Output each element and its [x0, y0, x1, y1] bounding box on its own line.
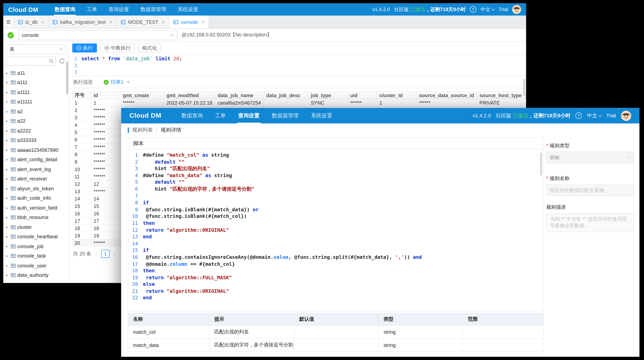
- sidebar-table-item[interactable]: ▸console_user: [3, 261, 69, 270]
- table-row[interactable]: 11******2022-05-07 15:22:18canal6a2m5467…: [72, 99, 526, 107]
- close-icon[interactable]: ×: [162, 19, 165, 25]
- next-page-icon[interactable]: ›: [114, 251, 116, 257]
- sidebar-table-item[interactable]: ▸alert_event_log: [3, 165, 69, 174]
- nav-menu-item[interactable]: 查询设置: [103, 3, 135, 16]
- sidebar-table-item[interactable]: ▸a111: [3, 78, 69, 87]
- session-tab[interactable]: tz_db×: [14, 16, 49, 28]
- close-icon[interactable]: ×: [202, 19, 204, 25]
- column-header[interactable]: id: [91, 92, 120, 99]
- caret-right-icon[interactable]: ▸: [5, 80, 9, 85]
- close-icon[interactable]: ×: [41, 19, 44, 25]
- column-header[interactable]: job_type: [308, 92, 348, 99]
- caret-right-icon[interactable]: ▸: [5, 90, 9, 94]
- caret-right-icon[interactable]: ▸: [5, 273, 9, 277]
- sidebar-table-item[interactable]: ▸alert_config_detail: [3, 155, 69, 164]
- sql-editor[interactable]: 1select * from `data_job` limit 20;23: [69, 54, 526, 76]
- sidebar-table-item[interactable]: ▸a2: [3, 107, 69, 116]
- session-tab[interactable]: kafka_migration_test×: [49, 16, 117, 28]
- caret-right-icon[interactable]: ▸: [5, 71, 9, 75]
- caret-right-icon[interactable]: ▸: [5, 225, 9, 229]
- caret-right-icon[interactable]: ▸: [5, 177, 9, 181]
- session-tab[interactable]: console×: [170, 16, 209, 28]
- nav-menu-item[interactable]: 工单: [81, 3, 103, 16]
- result-tab[interactable]: 结果1×: [104, 78, 130, 85]
- connection-select[interactable]: console: [18, 30, 178, 40]
- rule-type-select[interactable]: 脱敏: [546, 152, 634, 163]
- sidebar-table-item[interactable]: ▸blob_resource: [3, 213, 69, 222]
- caret-right-icon[interactable]: ▸: [5, 167, 9, 171]
- nav-menu-item[interactable]: 查询设置: [232, 108, 266, 124]
- caret-right-icon[interactable]: ▸: [5, 100, 9, 104]
- sidebar-table-item[interactable]: ▸a2222: [3, 126, 69, 136]
- nav-menu-item[interactable]: 数据源管理: [135, 3, 172, 16]
- nav-menu-item[interactable]: 数据查询: [175, 108, 209, 124]
- caret-right-icon[interactable]: ▸: [5, 119, 9, 123]
- close-icon[interactable]: ×: [127, 79, 130, 85]
- session-tab[interactable]: MODE_TEST×: [117, 16, 170, 28]
- script-editor[interactable]: 1#define "match_col" as string2 default …: [128, 149, 543, 304]
- caret-right-icon[interactable]: ▸: [5, 206, 9, 210]
- close-icon[interactable]: ×: [109, 19, 112, 25]
- refresh-icon[interactable]: [58, 57, 66, 65]
- caret-right-icon[interactable]: ▸: [5, 254, 9, 258]
- caret-right-icon[interactable]: ▸: [5, 264, 9, 268]
- page-number[interactable]: 1: [102, 250, 110, 258]
- column-header[interactable]: gmt_modified: [164, 92, 215, 99]
- script-scrollbar[interactable]: [540, 153, 542, 176]
- caret-right-icon[interactable]: ▸: [5, 138, 9, 142]
- nav-menu-item[interactable]: 数据查询: [49, 3, 81, 16]
- caret-right-icon[interactable]: ▸: [5, 215, 9, 219]
- sidebar-table-item[interactable]: ▸aliyun_sts_token: [3, 184, 69, 193]
- sidebar-table-item[interactable]: ▸console_heartbeat: [3, 232, 69, 241]
- sidebar-scrollbar[interactable]: [66, 61, 68, 94]
- sidebar-table-item[interactable]: ▸auth_version_field: [3, 203, 69, 212]
- sidebar-table-item[interactable]: ▸a22: [3, 116, 69, 126]
- nav-menu-item[interactable]: 工单: [209, 108, 232, 124]
- sidebar-table-item[interactable]: ▸a11: [3, 68, 69, 78]
- column-header[interactable]: source_data_source_id: [416, 92, 477, 99]
- result-tab[interactable]: 执行信息: [73, 78, 93, 85]
- help-icon[interactable]: ?: [470, 6, 476, 13]
- object-type-select[interactable]: 表: [6, 44, 66, 54]
- language-switcher[interactable]: 中文: [587, 112, 602, 119]
- run-button[interactable]: 执行: [72, 43, 97, 52]
- column-header[interactable]: uid: [348, 92, 377, 99]
- nav-menu-item[interactable]: 系统设置: [172, 3, 204, 16]
- nav-menu-item[interactable]: 系统设置: [305, 108, 338, 124]
- caret-right-icon[interactable]: ▸: [5, 244, 9, 248]
- sidebar-table-item[interactable]: ▸console_job: [3, 241, 69, 251]
- breadcrumb-parent[interactable]: 规则列表: [132, 127, 153, 134]
- sidebar-table-item[interactable]: ▸auth_code_info: [3, 193, 69, 203]
- rule-name-input[interactable]: [546, 184, 634, 196]
- column-header[interactable]: source_host_type: [477, 92, 526, 99]
- sidebar-table-item[interactable]: ▸aaaaa1234567890: [3, 145, 69, 155]
- editor-scrollbar[interactable]: [523, 79, 525, 96]
- nav-menu-item[interactable]: 数据源管理: [266, 108, 305, 124]
- avatar[interactable]: [512, 5, 521, 14]
- format-button[interactable]: 格式化: [138, 43, 161, 52]
- column-header[interactable]: gmt_create: [120, 92, 164, 99]
- sidebar-table-item[interactable]: ▸cluster: [3, 222, 69, 232]
- prev-page-icon[interactable]: ‹: [95, 251, 97, 257]
- column-header[interactable]: cluster_id: [377, 92, 416, 99]
- sidebar-search-input[interactable]: [6, 58, 56, 64]
- avatar[interactable]: [621, 111, 631, 121]
- column-header[interactable]: 序号: [72, 92, 91, 99]
- sidebar-table-item[interactable]: ▸alert_receiver: [3, 174, 69, 184]
- language-switcher[interactable]: 中文: [480, 6, 494, 13]
- sidebar-table-item[interactable]: ▸a11111: [3, 97, 69, 107]
- sidebar-table-item[interactable]: ▸console_task: [3, 251, 69, 261]
- interrupt-button[interactable]: 中断执行: [100, 43, 135, 52]
- caret-right-icon[interactable]: ▸: [5, 186, 9, 191]
- column-header[interactable]: data_job_name: [215, 92, 264, 99]
- caret-right-icon[interactable]: ▸: [5, 129, 9, 133]
- caret-right-icon[interactable]: ▸: [5, 196, 9, 200]
- help-icon[interactable]: ?: [576, 112, 582, 119]
- rule-desc-textarea[interactable]: [546, 213, 634, 232]
- session-list-icon[interactable]: [3, 16, 14, 28]
- caret-right-icon[interactable]: ▸: [5, 148, 9, 152]
- sidebar-table-item[interactable]: ▸a1111: [3, 87, 69, 97]
- column-header[interactable]: data_job_desc: [264, 92, 308, 99]
- sidebar-table-item[interactable]: ▸data_authority: [3, 270, 69, 280]
- sidebar-table-item[interactable]: ▸a333333: [3, 136, 69, 145]
